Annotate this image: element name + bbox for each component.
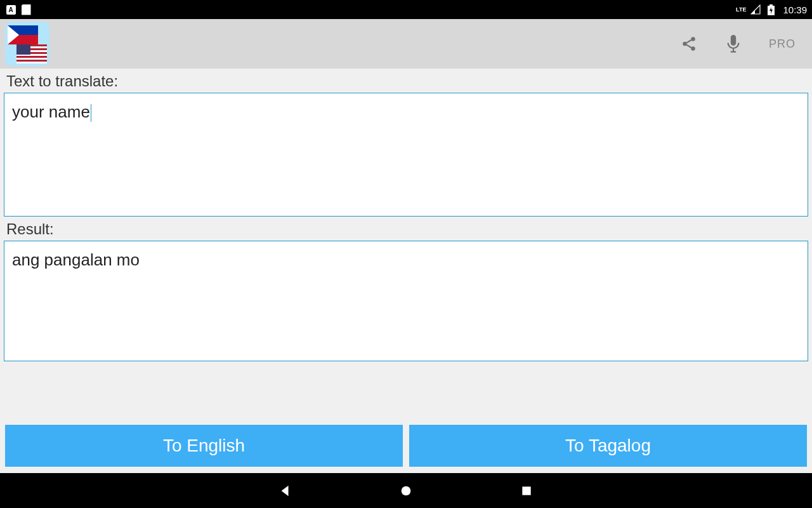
input-label: Text to translate:	[4, 69, 808, 93]
lte-indicator: LTE	[736, 7, 746, 13]
svg-rect-1	[769, 4, 773, 6]
input-text: your name	[12, 102, 90, 121]
text-cursor-icon	[91, 104, 91, 122]
button-row: To English To Tagalog	[0, 420, 812, 473]
svg-point-4	[691, 46, 695, 51]
svg-point-2	[691, 37, 695, 41]
input-textarea[interactable]: your name	[4, 93, 808, 217]
result-text: ang pangalan mo	[12, 250, 140, 269]
result-textarea[interactable]: ang pangalan mo	[4, 241, 808, 361]
back-button[interactable]	[276, 481, 295, 500]
microphone-icon[interactable]	[724, 35, 742, 53]
share-icon[interactable]	[680, 35, 698, 53]
app-icon	[5, 22, 49, 66]
sd-card-icon	[20, 4, 32, 15]
to-english-button[interactable]: To English	[5, 425, 403, 467]
battery-charging-icon	[765, 4, 776, 15]
recents-button[interactable]	[517, 481, 536, 500]
signal-icon	[750, 4, 761, 15]
home-button[interactable]	[396, 481, 416, 500]
to-tagalog-button[interactable]: To Tagalog	[409, 425, 807, 467]
app-bar: PRO	[0, 19, 812, 69]
pro-button[interactable]: PRO	[769, 37, 796, 51]
clock: 10:39	[783, 4, 807, 15]
result-label: Result:	[4, 217, 808, 241]
svg-point-6	[402, 486, 411, 495]
status-bar: A LTE 10:39	[0, 0, 812, 19]
navigation-bar	[0, 473, 812, 508]
svg-rect-7	[522, 486, 530, 495]
keyboard-indicator-icon: A	[5, 4, 16, 15]
svg-rect-5	[731, 35, 736, 46]
svg-point-3	[683, 42, 687, 46]
main-content: Text to translate: your name Result: ang…	[0, 69, 812, 361]
